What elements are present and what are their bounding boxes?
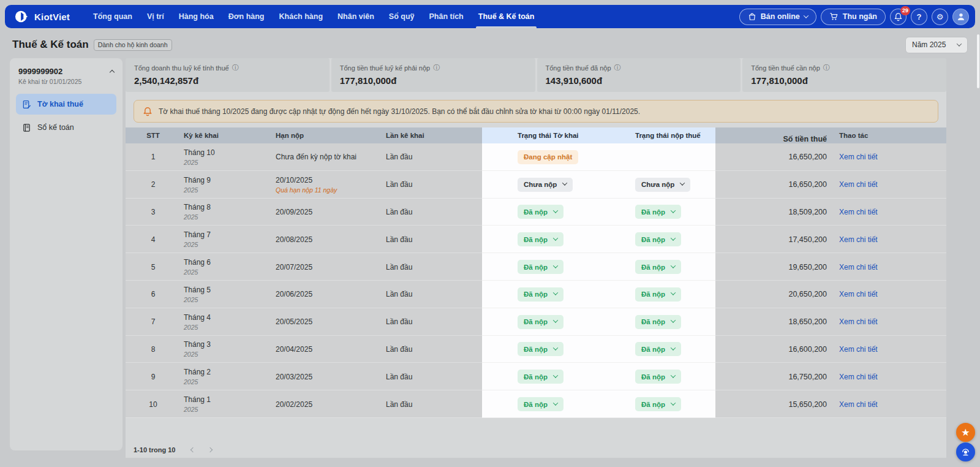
payment-status-badge[interactable]: Đã nộp	[635, 287, 681, 302]
view-detail-link[interactable]: Xem chi tiết	[839, 235, 946, 244]
col-header-declaration-status: Trạng thái Tờ khai	[482, 127, 598, 143]
row-index: 9	[126, 363, 181, 390]
table-row: 2 Tháng 9 2025 20/10/2025 Quá hạn nộp 11…	[126, 171, 946, 199]
declaration-status-badge[interactable]: Đã nộp	[518, 205, 564, 219]
period-month: Tháng 3	[184, 340, 276, 349]
star-icon: ★	[961, 427, 970, 438]
view-detail-link[interactable]: Xem chi tiết	[839, 208, 946, 216]
payment-status-cell: Đã nộp	[598, 336, 715, 363]
support-fab-button[interactable]	[956, 442, 975, 461]
pagination-next-button[interactable]	[208, 448, 212, 452]
view-detail-link[interactable]: Xem chi tiết	[839, 153, 946, 161]
due-date-cell: 20/02/2025	[276, 390, 386, 418]
declaration-status-badge[interactable]: Đã nộp	[518, 260, 564, 274]
info-icon[interactable]: ⓘ	[232, 63, 239, 72]
declaration-status-badge[interactable]: Đã nộp	[518, 342, 564, 356]
col-header-period: Kỳ kê khai	[181, 127, 276, 143]
payment-status-badge[interactable]: Đã nộp	[635, 232, 681, 246]
chevron-down-icon	[671, 263, 676, 268]
nav-item[interactable]: Phân tích	[421, 5, 470, 28]
chevron-down-icon	[562, 181, 567, 186]
ban-online-button[interactable]: Bán online	[739, 9, 816, 25]
payment-status-badge[interactable]: Chưa nộp	[635, 178, 690, 192]
settings-button[interactable]: ⚙	[932, 9, 948, 25]
declaration-status-badge[interactable]: Đã nộp	[518, 315, 564, 329]
notification-count-badge: 29	[900, 6, 910, 15]
promo-fab-button[interactable]: ★	[956, 423, 975, 442]
declaration-period-cell: Tháng 1 2025	[181, 390, 276, 418]
view-detail-link[interactable]: Xem chi tiết	[839, 373, 946, 381]
table-header: STT Kỳ kê khai Hạn nộp Lần kê khai Trạng…	[126, 127, 946, 143]
nav-item[interactable]: Tổng quan	[86, 5, 140, 28]
payment-status-badge[interactable]: Đã nộp	[635, 370, 681, 384]
nav-item[interactable]: Khách hàng	[272, 5, 331, 28]
account-id: 9999999902	[18, 67, 110, 76]
thu-ngan-button[interactable]: Thu ngân	[821, 9, 886, 25]
period-month: Tháng 4	[184, 313, 276, 322]
nav-item[interactable]: Thuế & Kế toán	[471, 5, 542, 28]
payment-status-badge[interactable]: Đã nộp	[635, 205, 681, 219]
help-button[interactable]: ?	[911, 9, 927, 25]
bell-icon	[143, 107, 153, 116]
declaration-status-badge[interactable]: Đã nộp	[518, 287, 564, 302]
sidebar: 9999999902 Kê khai từ 01/01/2025 Tờ khai…	[10, 58, 123, 450]
nav-item[interactable]: Vị trí	[140, 5, 172, 28]
declaration-period-cell: Tháng 2 2025	[181, 363, 276, 390]
due-date: 20/08/2025	[276, 235, 386, 244]
info-icon[interactable]: ⓘ	[433, 63, 440, 72]
payment-status-badge[interactable]: Đã nộp	[635, 342, 681, 356]
question-icon: ?	[917, 12, 922, 21]
view-detail-link[interactable]: Xem chi tiết	[839, 180, 946, 189]
nav-item[interactable]: Sổ quỹ	[382, 5, 422, 28]
page-header: Thuế & Kế toán Dành cho hộ kinh doanh Nă…	[12, 36, 968, 54]
due-date-cell: 20/07/2025	[276, 253, 386, 281]
declaration-status-badge[interactable]: Đã nộp	[518, 397, 564, 411]
payment-status-badge[interactable]: Đã nộp	[635, 260, 681, 274]
summary-cards: Tổng doanh thu luỹ kế tính thuếⓘ 2,540,1…	[126, 58, 946, 92]
sidebar-item-to-khai-thue[interactable]: Tờ khai thuế	[16, 94, 116, 115]
info-icon[interactable]: ⓘ	[614, 63, 621, 72]
summary-card-tax-due-total: Tổng tiền thuế luỹ kế phải nộpⓘ 177,810,…	[331, 58, 535, 92]
due-date-cell: 20/09/2025	[276, 199, 386, 226]
period-year: 2025	[184, 324, 276, 331]
action-cell: Xem chi tiết	[827, 363, 946, 390]
row-index: 6	[126, 281, 181, 308]
notifications-button[interactable]: 29	[890, 9, 907, 25]
brand-logo[interactable]: KiotViet	[15, 5, 70, 28]
page-title: Thuế & Kế toán	[12, 39, 89, 51]
declaration-status-badge[interactable]: Đang cập nhật	[518, 150, 578, 164]
view-detail-link[interactable]: Xem chi tiết	[839, 263, 946, 271]
account-header[interactable]: 9999999902 Kê khai từ 01/01/2025	[16, 66, 116, 91]
nav-item[interactable]: Đơn hàng	[221, 5, 272, 28]
view-detail-link[interactable]: Xem chi tiết	[839, 290, 946, 298]
payment-status-cell	[598, 143, 715, 171]
due-date-cell: 20/05/2025	[276, 308, 386, 336]
sidebar-item-so-ke-toan[interactable]: Sổ kế toán	[16, 117, 116, 138]
chevron-down-icon	[553, 400, 558, 405]
tax-amount: 18,509,200	[715, 199, 827, 226]
view-detail-link[interactable]: Xem chi tiết	[839, 345, 946, 354]
view-detail-link[interactable]: Xem chi tiết	[839, 400, 946, 409]
declaration-attempt: Lần đầu	[386, 281, 482, 308]
action-cell: Xem chi tiết	[827, 226, 946, 253]
payment-status-badge[interactable]: Đã nộp	[635, 397, 681, 411]
declaration-status-badge[interactable]: Đã nộp	[518, 370, 564, 384]
pagination-prev-button[interactable]	[191, 448, 195, 452]
declaration-status-badge[interactable]: Đã nộp	[518, 232, 564, 246]
declaration-attempt: Lần đầu	[386, 253, 482, 281]
period-year: 2025	[184, 406, 276, 413]
info-icon[interactable]: ⓘ	[823, 63, 830, 72]
year-selector[interactable]: Năm 2025	[905, 37, 968, 53]
nav-item[interactable]: Nhân viên	[330, 5, 382, 28]
scrollbar-thumb[interactable]	[977, 34, 979, 88]
nav-item[interactable]: Hàng hóa	[172, 5, 221, 28]
view-detail-link[interactable]: Xem chi tiết	[839, 317, 946, 326]
declaration-status-badge[interactable]: Chưa nộp	[518, 178, 573, 192]
declaration-period-cell: Tháng 8 2025	[181, 199, 276, 226]
period-year: 2025	[184, 213, 276, 221]
payment-status-badge[interactable]: Đã nộp	[635, 315, 681, 329]
tax-amount: 17,450,200	[715, 226, 827, 253]
user-avatar[interactable]	[952, 9, 969, 25]
due-date-cell: 20/10/2025 Quá hạn nộp 11 ngày	[276, 171, 386, 199]
summary-value: 177,810,000đ	[751, 75, 938, 86]
